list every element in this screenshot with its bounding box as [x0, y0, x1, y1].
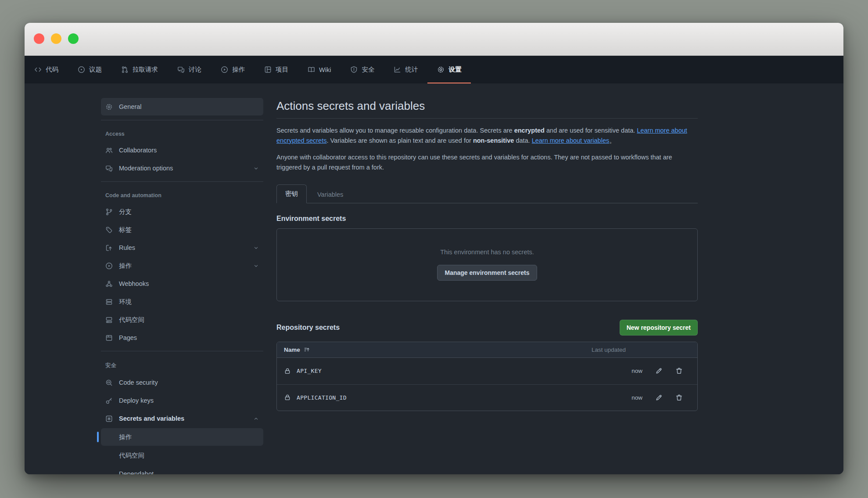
shield-icon	[350, 66, 358, 73]
browser-icon	[105, 334, 113, 342]
tag-icon	[105, 226, 113, 234]
sidebar-item-label: 操作	[119, 262, 132, 270]
asterisk-box-icon	[105, 415, 113, 422]
tab-label: 项目	[276, 65, 288, 74]
tab-actions[interactable]: 操作	[211, 56, 255, 83]
secret-name: API_KEY	[297, 368, 322, 374]
projects-icon	[264, 66, 272, 73]
sidebar-item-collaborators[interactable]: Collaborators	[101, 141, 263, 159]
intro-text: . Variables are shown as plain text and …	[326, 137, 473, 144]
sidebar-item-webhooks[interactable]: Webhooks	[101, 275, 263, 292]
sidebar-item-label: Rules	[119, 244, 135, 251]
edit-secret-button[interactable]	[655, 394, 663, 401]
environment-secrets-box: This environment has no secrets. Manage …	[276, 228, 698, 301]
settings-sidebar: General Access Collaborators Moderation …	[101, 83, 263, 474]
chevron-down-icon	[253, 245, 259, 251]
tab-variables[interactable]: Variables	[307, 186, 354, 203]
secrets-variables-tabs: 密钥 Variables	[276, 184, 698, 203]
sidebar-divider	[101, 351, 263, 351]
tab-label: Wiki	[319, 66, 331, 73]
sidebar-item-pages[interactable]: Pages	[101, 329, 263, 346]
book-icon	[308, 66, 315, 73]
sidebar-item-moderation-options[interactable]: Moderation options	[101, 159, 263, 177]
issue-icon	[78, 66, 85, 73]
sidebar-item-environments[interactable]: 环境	[101, 293, 263, 310]
sidebar-item-label: 环境	[119, 298, 132, 306]
sidebar-item-secrets-and-variables[interactable]: Secrets and variables	[101, 410, 263, 427]
trash-icon	[675, 367, 683, 375]
lock-icon	[284, 394, 291, 401]
tab-label: 安全	[362, 65, 374, 74]
sort-ascending-icon[interactable]	[304, 346, 310, 353]
sidebar-subitem-dependabot-secrets[interactable]: Dependabot	[101, 465, 263, 474]
sidebar-divider	[101, 181, 263, 182]
tab-discussions[interactable]: 讨论	[168, 56, 211, 83]
name-column-header[interactable]: Name	[284, 346, 300, 353]
sidebar-item-deploy-keys[interactable]: Deploy keys	[101, 392, 263, 409]
sidebar-item-code-security[interactable]: Code security	[101, 374, 263, 391]
app-window: 代码 议题 拉取请求 讨论 操作 项目 Wiki 安全	[25, 23, 843, 474]
discussions-icon	[177, 66, 185, 73]
intro-text: Secrets and variables allow you to manag…	[276, 127, 514, 134]
sidebar-item-rules[interactable]: Rules	[101, 239, 263, 256]
zoom-window-button[interactable]	[68, 33, 79, 44]
edit-secret-button[interactable]	[655, 367, 663, 375]
play-icon	[105, 262, 113, 270]
sidebar-subitem-actions-secrets[interactable]: 操作	[101, 428, 263, 446]
collaborator-paragraph: Anyone with collaborator access to this …	[276, 152, 698, 173]
sidebar-subitem-codespaces-secrets[interactable]: 代码空间	[101, 447, 263, 464]
tab-issues[interactable]: 议题	[68, 56, 111, 83]
sidebar-subitem-label: 操作	[119, 433, 132, 441]
tab-label: 统计	[405, 65, 418, 74]
codespaces-icon	[105, 316, 113, 324]
repository-secrets-header-row: Repository secrets New repository secret	[276, 320, 698, 336]
sidebar-item-tags[interactable]: 标签	[101, 221, 263, 238]
sidebar-item-codespaces[interactable]: 代码空间	[101, 311, 263, 328]
title-divider	[276, 118, 698, 119]
tab-label: 议题	[89, 65, 102, 74]
environment-secrets-heading: Environment secrets	[276, 215, 698, 223]
webhook-icon	[105, 280, 113, 288]
sidebar-section-security: 安全	[101, 356, 263, 373]
key-icon	[105, 397, 113, 404]
sidebar-item-label: Collaborators	[119, 147, 157, 154]
sidebar-section-access: Access	[101, 125, 263, 141]
sidebar-item-branches[interactable]: 分支	[101, 203, 263, 220]
tab-label: 设置	[448, 65, 461, 74]
chevron-up-icon	[253, 416, 259, 422]
sidebar-item-label: 代码空间	[119, 316, 144, 324]
delete-secret-button[interactable]	[675, 367, 683, 375]
repository-secrets-table: Name Last updated API_KEY now	[276, 342, 698, 411]
tab-wiki[interactable]: Wiki	[298, 56, 341, 83]
tab-security[interactable]: 安全	[341, 56, 384, 83]
tab-settings[interactable]: 设置	[427, 56, 471, 83]
close-window-button[interactable]	[34, 33, 44, 44]
tab-pull-requests[interactable]: 拉取请求	[111, 56, 168, 83]
link-variables[interactable]: Learn more about variables	[532, 137, 610, 144]
chevron-down-icon	[253, 263, 259, 269]
tab-projects[interactable]: 项目	[255, 56, 298, 83]
sidebar-item-label: 分支	[119, 208, 132, 216]
tab-insights[interactable]: 统计	[384, 56, 427, 83]
tab-code[interactable]: 代码	[25, 56, 68, 83]
tab-secrets[interactable]: 密钥	[276, 184, 307, 203]
repository-secrets-heading: Repository secrets	[276, 324, 340, 332]
main-panel: Actions secrets and variables Secrets an…	[276, 83, 698, 411]
code-icon	[34, 66, 42, 73]
secret-name: APPLICATION_ID	[297, 394, 347, 401]
new-repository-secret-button[interactable]: New repository secret	[620, 320, 698, 336]
chevron-down-icon	[253, 166, 259, 171]
settings-content: General Access Collaborators Moderation …	[25, 83, 843, 474]
sidebar-divider	[101, 120, 263, 120]
server-icon	[105, 298, 113, 306]
tab-label: 操作	[232, 65, 245, 74]
manage-environment-secrets-button[interactable]: Manage environment secrets	[437, 265, 538, 281]
sidebar-item-general[interactable]: General	[101, 98, 263, 115]
delete-secret-button[interactable]	[675, 394, 683, 401]
trash-icon	[675, 394, 683, 401]
repo-navbar: 代码 议题 拉取请求 讨论 操作 项目 Wiki 安全	[25, 56, 843, 83]
secret-updated: now	[631, 394, 642, 401]
minimize-window-button[interactable]	[51, 33, 61, 44]
sidebar-item-actions[interactable]: 操作	[101, 257, 263, 274]
table-row: API_KEY now	[277, 358, 697, 384]
